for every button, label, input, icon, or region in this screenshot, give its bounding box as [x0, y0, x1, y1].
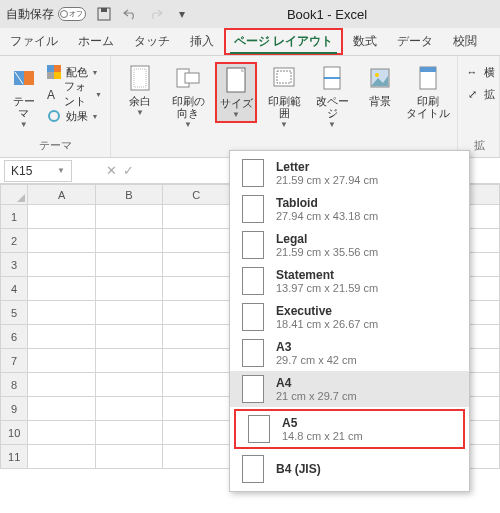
- print-titles-button[interactable]: 印刷 タイトル: [407, 62, 449, 119]
- cell[interactable]: [95, 397, 162, 421]
- row-header[interactable]: 4: [1, 277, 28, 301]
- svg-rect-22: [420, 67, 436, 72]
- col-header[interactable]: A: [28, 185, 95, 205]
- size-option-a5[interactable]: A514.8 cm x 21 cm: [234, 409, 465, 449]
- cell[interactable]: [28, 373, 95, 397]
- cell[interactable]: [163, 421, 230, 445]
- row-header[interactable]: 11: [1, 445, 28, 469]
- size-option-a4[interactable]: A421 cm x 29.7 cm: [230, 371, 469, 407]
- cell[interactable]: [28, 277, 95, 301]
- name-box[interactable]: K15▼: [4, 160, 72, 182]
- save-icon[interactable]: [96, 6, 112, 22]
- redo-icon[interactable]: [148, 6, 164, 22]
- orientation-icon: [174, 64, 202, 92]
- breaks-button[interactable]: 改ページ▼: [311, 62, 353, 129]
- row-header[interactable]: 7: [1, 349, 28, 373]
- row-header[interactable]: 9: [1, 397, 28, 421]
- size-option-sub: 13.97 cm x 21.59 cm: [276, 282, 378, 294]
- cell[interactable]: [28, 325, 95, 349]
- effects-button[interactable]: 効果▼: [46, 106, 102, 126]
- size-option-executive[interactable]: Executive18.41 cm x 26.67 cm: [230, 299, 469, 335]
- cell[interactable]: [163, 373, 230, 397]
- cell[interactable]: [163, 325, 230, 349]
- tab-data[interactable]: データ: [387, 28, 443, 55]
- autosave-toggle[interactable]: 自動保存 オフ: [6, 6, 86, 23]
- cell[interactable]: [163, 229, 230, 253]
- cell[interactable]: [163, 277, 230, 301]
- effects-icon: [46, 108, 62, 124]
- cell[interactable]: [95, 253, 162, 277]
- title-bar: 自動保存 オフ ▾ Book1 - Excel: [0, 0, 500, 28]
- row-header[interactable]: 3: [1, 253, 28, 277]
- size-option-a3[interactable]: A329.7 cm x 42 cm: [230, 335, 469, 371]
- tab-touch[interactable]: タッチ: [124, 28, 180, 55]
- size-option-tabloid[interactable]: Tabloid27.94 cm x 43.18 cm: [230, 191, 469, 227]
- themes-icon: [10, 64, 38, 92]
- cell[interactable]: [163, 397, 230, 421]
- row-header[interactable]: 8: [1, 373, 28, 397]
- cell[interactable]: [163, 205, 230, 229]
- cell[interactable]: [28, 205, 95, 229]
- qat-customize-icon[interactable]: ▾: [174, 6, 190, 22]
- width-icon: ↔: [464, 64, 480, 80]
- themes-button[interactable]: テーマ ▼: [8, 62, 40, 129]
- col-header[interactable]: C: [163, 185, 230, 205]
- svg-rect-4: [47, 65, 54, 72]
- tab-file[interactable]: ファイル: [0, 28, 68, 55]
- tab-page-layout[interactable]: ページ レイアウト: [224, 28, 343, 55]
- background-button[interactable]: 背景: [359, 62, 401, 107]
- size-option-b4-jis-[interactable]: B4 (JIS): [230, 451, 469, 487]
- cell[interactable]: [95, 373, 162, 397]
- cell[interactable]: [95, 325, 162, 349]
- row-header[interactable]: 1: [1, 205, 28, 229]
- margins-icon: [126, 64, 154, 92]
- width-row[interactable]: ↔ 横: [464, 62, 495, 82]
- row-header[interactable]: 6: [1, 325, 28, 349]
- cell[interactable]: [95, 421, 162, 445]
- size-option-sub: 21.59 cm x 27.94 cm: [276, 174, 378, 186]
- margins-button[interactable]: 余白▼: [119, 62, 161, 117]
- size-option-letter[interactable]: Letter21.59 cm x 27.94 cm: [230, 155, 469, 191]
- cell[interactable]: [95, 229, 162, 253]
- row-header[interactable]: 2: [1, 229, 28, 253]
- undo-icon[interactable]: [122, 6, 138, 22]
- cell[interactable]: [28, 349, 95, 373]
- cell[interactable]: [95, 205, 162, 229]
- cell[interactable]: [95, 301, 162, 325]
- cell[interactable]: [163, 349, 230, 373]
- cell[interactable]: [95, 349, 162, 373]
- col-header[interactable]: B: [95, 185, 162, 205]
- page-icon: [242, 303, 264, 331]
- cell[interactable]: [28, 445, 95, 469]
- cell[interactable]: [28, 301, 95, 325]
- enter-icon[interactable]: ✓: [123, 163, 134, 178]
- tab-review[interactable]: 校閲: [443, 28, 487, 55]
- size-option-statement[interactable]: Statement13.97 cm x 21.59 cm: [230, 263, 469, 299]
- cell[interactable]: [95, 445, 162, 469]
- size-option-title: Tabloid: [276, 196, 378, 210]
- select-all-corner[interactable]: [1, 185, 28, 205]
- tab-formulas[interactable]: 数式: [343, 28, 387, 55]
- autosave-switch[interactable]: オフ: [58, 7, 86, 21]
- size-option-legal[interactable]: Legal21.59 cm x 35.56 cm: [230, 227, 469, 263]
- cell[interactable]: [28, 253, 95, 277]
- cell[interactable]: [28, 229, 95, 253]
- orientation-button[interactable]: 印刷の 向き▼: [167, 62, 209, 129]
- fonts-button[interactable]: A フォント▼: [46, 84, 102, 104]
- cell[interactable]: [95, 277, 162, 301]
- cell[interactable]: [163, 445, 230, 469]
- cell[interactable]: [163, 301, 230, 325]
- size-button[interactable]: サイズ▼: [215, 62, 257, 123]
- cell[interactable]: [28, 397, 95, 421]
- cell[interactable]: [28, 421, 95, 445]
- print-area-icon: [270, 64, 298, 92]
- row-header[interactable]: 5: [1, 301, 28, 325]
- row-header[interactable]: 10: [1, 421, 28, 445]
- tab-home[interactable]: ホーム: [68, 28, 124, 55]
- cell[interactable]: [163, 253, 230, 277]
- tab-insert[interactable]: 挿入: [180, 28, 224, 55]
- size-option-title: Statement: [276, 268, 378, 282]
- cancel-icon[interactable]: ✕: [106, 163, 117, 178]
- print-area-button[interactable]: 印刷範囲▼: [263, 62, 305, 129]
- scale-row[interactable]: ⤢ 拡: [464, 84, 495, 104]
